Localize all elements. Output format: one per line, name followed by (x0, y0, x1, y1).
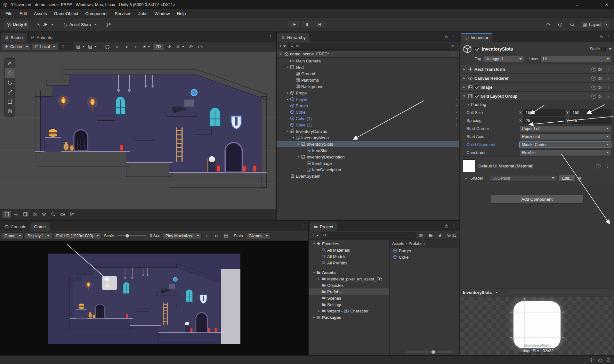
lock-icon[interactable] (599, 35, 603, 39)
scale-tool-button[interactable] (5, 87, 15, 97)
lighting-dropdown[interactable]: ☀ (141, 43, 151, 50)
scale-slider[interactable] (117, 235, 147, 236)
static-checkbox[interactable] (601, 47, 606, 51)
search-overlay-button[interactable] (49, 211, 57, 218)
minimize-button[interactable] (570, 0, 585, 9)
layers-overlay-button[interactable] (40, 211, 48, 218)
prefab-open-chevron[interactable] (456, 110, 457, 114)
hierarchy-item-main-camera[interactable]: Main Camera (277, 58, 459, 64)
menu-assets[interactable]: Assets (30, 9, 51, 18)
cloud-button[interactable] (543, 20, 553, 29)
constraint-dropdown[interactable]: Flexible (519, 150, 611, 156)
expander-icon[interactable] (317, 309, 321, 312)
expander-icon[interactable] (464, 177, 468, 180)
play-button[interactable] (288, 20, 301, 29)
grid-snap-dropdown[interactable] (75, 43, 86, 50)
scene-camera-dropdown[interactable] (196, 43, 205, 50)
camera-overlay-button[interactable] (58, 211, 67, 218)
project-zoom-slider[interactable] (407, 352, 455, 352)
help-icon[interactable] (591, 85, 596, 90)
rotate-tool-button[interactable] (5, 78, 15, 87)
cloud-status-icon[interactable] (598, 358, 603, 362)
tab-hierarchy[interactable]: Hierarchy (277, 33, 310, 42)
gizmos-dropdown[interactable]: Gizmos (246, 232, 271, 239)
folder-wizard[interactable]: Wizard - 2D Character (309, 308, 389, 314)
marquee-tool-button[interactable] (3, 211, 11, 218)
expander-icon[interactable] (296, 155, 301, 158)
game-viewport[interactable] (0, 241, 308, 355)
active-checkbox[interactable] (474, 47, 479, 51)
component-menu-icon[interactable] (604, 76, 612, 81)
favorite-all-prefabs[interactable]: All Prefabs (309, 260, 389, 266)
menu-edit[interactable]: Edit (16, 9, 30, 18)
favorite-all-materials[interactable]: All Materials (309, 247, 389, 253)
menu-help[interactable]: Help (173, 9, 189, 18)
search-by-type-button[interactable] (417, 232, 425, 239)
expander-icon[interactable] (286, 98, 290, 101)
scene-menu-icon[interactable] (449, 52, 457, 56)
expander-icon[interactable] (286, 91, 290, 94)
tool-orientation-dropdown[interactable]: Local (32, 43, 58, 50)
component-canvas-renderer[interactable]: Canvas Renderer (460, 74, 614, 83)
search-button[interactable] (567, 20, 578, 29)
lock-icon[interactable] (444, 224, 448, 228)
vsync-button[interactable] (222, 232, 230, 239)
expander-icon[interactable] (462, 68, 466, 71)
version-control-status-icon[interactable] (590, 358, 595, 362)
mode-2d-toggle[interactable]: 2D (152, 43, 164, 50)
menu-window[interactable]: Window (151, 9, 173, 18)
hierarchy-item-inventorycanvas[interactable]: InventoryCanvas (277, 128, 459, 134)
preset-icon[interactable] (598, 67, 602, 72)
start-corner-dropdown[interactable]: Upper Left (519, 125, 611, 132)
asset-item-coke[interactable]: Coke (390, 254, 459, 260)
help-icon[interactable] (591, 76, 596, 81)
search-by-label-button[interactable] (426, 232, 435, 239)
spacing-x-field[interactable]: 25 (523, 117, 564, 124)
version-control-button[interactable] (103, 20, 114, 29)
project-search-input[interactable] (321, 232, 416, 239)
crosshair-overlay-button[interactable] (68, 211, 76, 218)
component-rect-transform[interactable]: Rect Transform (460, 65, 614, 74)
shader-dropdown[interactable]: UI/Default (490, 175, 557, 182)
help-icon[interactable] (591, 94, 596, 99)
hierarchy-item-grid[interactable]: Grid (277, 64, 459, 70)
layer-dropdown[interactable]: UI (540, 56, 611, 62)
snap-settings-dropdown[interactable] (87, 43, 98, 50)
component-grid-layout-group[interactable]: Grid Layout Group (460, 92, 614, 101)
expander-icon[interactable] (296, 142, 301, 146)
material-menu-icon[interactable] (603, 164, 611, 168)
expander-icon[interactable] (462, 85, 466, 89)
panel-menu-icon[interactable] (450, 223, 458, 228)
preset-icon[interactable] (598, 85, 602, 90)
panel-menu-icon[interactable] (605, 34, 613, 39)
scene-viewport[interactable] (0, 52, 276, 209)
cell-size-x-field[interactable]: 150 (523, 109, 564, 116)
hierarchy-item-ground[interactable]: Ground (277, 70, 459, 77)
create-object-dropdown[interactable]: + (279, 43, 287, 50)
tag-dropdown[interactable]: Untagged (483, 56, 524, 62)
sphere-view-button[interactable] (30, 211, 39, 218)
padding-row[interactable]: Padding (460, 101, 614, 109)
hierarchy-item-eventsystem[interactable]: EventSystem (277, 173, 459, 179)
hierarchy-item-background[interactable]: Background (277, 83, 459, 90)
panel-menu-icon[interactable] (299, 223, 307, 228)
hierarchy-item-platforms[interactable]: Platforms (277, 77, 459, 83)
display-dropdown[interactable]: Display 1 (25, 232, 52, 239)
menu-file[interactable]: File (2, 9, 16, 18)
panel-menu-icon[interactable] (450, 34, 458, 39)
tab-project[interactable]: Project (310, 222, 337, 231)
hierarchy-item-props[interactable]: Props (277, 90, 459, 96)
component-enabled-checkbox[interactable] (474, 94, 479, 98)
component-enabled-checkbox[interactable] (474, 85, 479, 89)
expander-icon[interactable] (291, 136, 295, 139)
folder-objectes[interactable]: Objectes (309, 282, 389, 288)
folder-scenes[interactable]: Scenes (309, 295, 389, 301)
preset-icon[interactable] (598, 76, 602, 81)
menu-services[interactable]: Services (111, 9, 135, 18)
move-tool-button[interactable] (5, 68, 15, 78)
expander-icon[interactable] (462, 77, 466, 80)
spacing-y-field[interactable]: 25 (570, 117, 611, 124)
play-maximized-dropdown[interactable]: Play Maximized (163, 232, 202, 239)
expander-icon[interactable] (286, 66, 290, 69)
prefab-open-chevron[interactable] (456, 116, 457, 121)
